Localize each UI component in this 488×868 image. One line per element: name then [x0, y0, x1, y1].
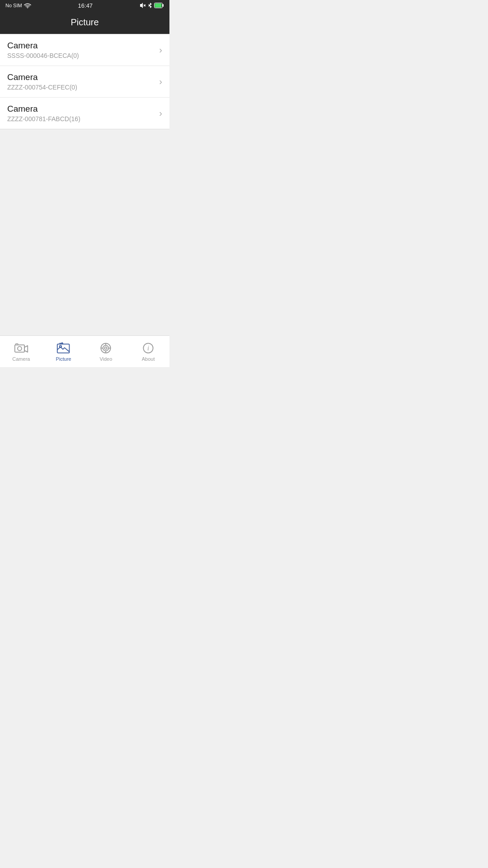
nav-label-video: Video [99, 356, 112, 362]
mute-icon [140, 2, 146, 9]
status-bar: No SIM 16:47 [0, 0, 169, 11]
svg-point-0 [27, 7, 28, 8]
camera-id-1: SSSS-000046-BCECA(0) [7, 52, 79, 59]
wifi-icon [24, 3, 31, 8]
nav-label-camera: Camera [12, 356, 30, 362]
camera-item-3[interactable]: Camera ZZZZ-000781-FABCD(16) › [0, 98, 169, 129]
status-left: No SIM [5, 3, 31, 8]
camera-id-3: ZZZZ-000781-FABCD(16) [7, 115, 80, 123]
nav-tab-about[interactable]: i About [127, 336, 169, 367]
chevron-icon-2: › [159, 76, 162, 87]
camera-nav-icon [14, 342, 28, 354]
camera-list: Camera SSSS-000046-BCECA(0) › Camera ZZZ… [0, 34, 169, 129]
camera-name-1: Camera [7, 41, 79, 51]
svg-rect-6 [15, 344, 24, 352]
carrier-text: No SIM [5, 3, 22, 8]
svg-point-12 [103, 345, 108, 350]
nav-tab-picture[interactable]: Picture [42, 336, 85, 367]
camera-info-3: Camera ZZZZ-000781-FABCD(16) [7, 104, 80, 123]
svg-text:i: i [147, 344, 149, 352]
svg-point-13 [105, 347, 107, 349]
bottom-navigation: Camera Picture Video i About [0, 335, 169, 367]
svg-rect-4 [163, 4, 164, 7]
chevron-icon-1: › [159, 45, 162, 55]
camera-item-2[interactable]: Camera ZZZZ-000754-CEFEC(0) › [0, 66, 169, 98]
nav-label-about: About [142, 356, 155, 362]
page-title: Picture [70, 17, 99, 27]
svg-rect-5 [155, 4, 161, 8]
video-nav-icon [99, 342, 113, 354]
status-time: 16:47 [78, 2, 93, 9]
page-header: Picture [0, 11, 169, 34]
nav-tab-video[interactable]: Video [85, 336, 127, 367]
camera-name-2: Camera [7, 72, 77, 82]
camera-id-2: ZZZZ-000754-CEFEC(0) [7, 84, 77, 91]
bluetooth-icon [148, 2, 152, 9]
nav-label-picture: Picture [56, 356, 71, 362]
svg-rect-8 [15, 344, 18, 345]
chevron-icon-3: › [159, 108, 162, 118]
svg-point-7 [18, 346, 22, 350]
nav-tab-camera[interactable]: Camera [0, 336, 42, 367]
camera-info-1: Camera SSSS-000046-BCECA(0) [7, 41, 79, 59]
battery-icon [154, 3, 164, 8]
camera-info-2: Camera ZZZZ-000754-CEFEC(0) [7, 72, 77, 91]
picture-nav-icon [56, 342, 71, 354]
status-right [140, 2, 164, 9]
camera-item-1[interactable]: Camera SSSS-000046-BCECA(0) › [0, 34, 169, 66]
about-nav-icon: i [141, 342, 155, 354]
camera-name-3: Camera [7, 104, 80, 114]
